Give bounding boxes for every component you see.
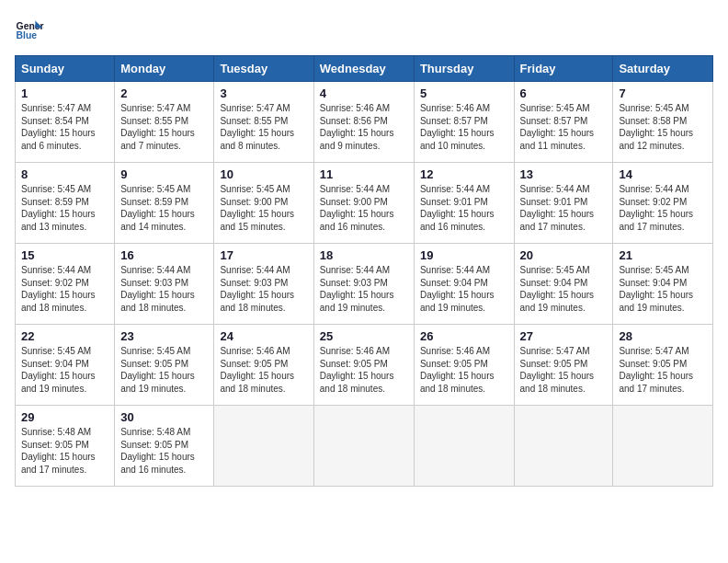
day-number: 12 [420, 167, 508, 181]
day-number: 29 [21, 410, 108, 424]
day-number: 9 [120, 167, 208, 181]
day-number: 21 [619, 248, 707, 262]
day-info: Sunrise: 5:45 AMSunset: 8:57 PMDaylight:… [520, 102, 608, 152]
day-number: 13 [520, 167, 608, 181]
day-info: Sunrise: 5:45 AMSunset: 9:05 PMDaylight:… [120, 345, 208, 395]
calendar-week-row: 22Sunrise: 5:45 AMSunset: 9:04 PMDayligh… [16, 325, 713, 406]
calendar-cell: 10Sunrise: 5:45 AMSunset: 9:00 PMDayligh… [214, 163, 313, 244]
day-info: Sunrise: 5:45 AMSunset: 8:59 PMDaylight:… [21, 183, 108, 233]
day-info: Sunrise: 5:45 AMSunset: 9:04 PMDaylight:… [21, 345, 108, 395]
day-number: 28 [619, 329, 707, 343]
calendar-cell: 9Sunrise: 5:45 AMSunset: 8:59 PMDaylight… [115, 163, 214, 244]
calendar-cell [414, 406, 514, 487]
calendar-cell: 11Sunrise: 5:44 AMSunset: 9:00 PMDayligh… [313, 163, 414, 244]
calendar-cell: 22Sunrise: 5:45 AMSunset: 9:04 PMDayligh… [16, 325, 115, 406]
calendar-cell: 25Sunrise: 5:46 AMSunset: 9:05 PMDayligh… [313, 325, 414, 406]
day-info: Sunrise: 5:46 AMSunset: 8:57 PMDaylight:… [420, 102, 508, 152]
calendar-week-row: 1Sunrise: 5:47 AMSunset: 8:54 PMDaylight… [16, 82, 713, 163]
day-number: 2 [120, 86, 208, 100]
day-number: 1 [21, 86, 108, 100]
day-info: Sunrise: 5:48 AMSunset: 9:05 PMDaylight:… [21, 426, 108, 476]
calendar-cell: 20Sunrise: 5:45 AMSunset: 9:04 PMDayligh… [514, 244, 613, 325]
calendar-cell: 3Sunrise: 5:47 AMSunset: 8:55 PMDaylight… [214, 82, 313, 163]
calendar-cell: 8Sunrise: 5:45 AMSunset: 8:59 PMDaylight… [16, 163, 115, 244]
calendar-cell: 6Sunrise: 5:45 AMSunset: 8:57 PMDaylight… [514, 82, 613, 163]
day-number: 19 [420, 248, 508, 262]
day-number: 18 [320, 248, 408, 262]
weekday-header: Wednesday [313, 56, 414, 82]
calendar-cell: 12Sunrise: 5:44 AMSunset: 9:01 PMDayligh… [414, 163, 514, 244]
logo-icon: General Blue [15, 15, 44, 44]
day-info: Sunrise: 5:44 AMSunset: 9:00 PMDaylight:… [320, 183, 408, 233]
day-number: 10 [220, 167, 307, 181]
day-info: Sunrise: 5:45 AMSunset: 8:59 PMDaylight:… [120, 183, 208, 233]
page-header: General Blue [15, 15, 713, 44]
weekday-header: Monday [115, 56, 214, 82]
calendar-table: SundayMondayTuesdayWednesdayThursdayFrid… [15, 55, 713, 487]
day-number: 11 [320, 167, 408, 181]
day-number: 15 [21, 248, 108, 262]
day-info: Sunrise: 5:45 AMSunset: 9:04 PMDaylight:… [520, 264, 608, 314]
day-number: 26 [420, 329, 508, 343]
day-number: 7 [619, 86, 707, 100]
day-info: Sunrise: 5:44 AMSunset: 9:01 PMDaylight:… [420, 183, 508, 233]
calendar-cell: 23Sunrise: 5:45 AMSunset: 9:05 PMDayligh… [115, 325, 214, 406]
day-number: 27 [520, 329, 608, 343]
calendar-cell: 2Sunrise: 5:47 AMSunset: 8:55 PMDaylight… [115, 82, 214, 163]
calendar-cell: 7Sunrise: 5:45 AMSunset: 8:58 PMDaylight… [613, 82, 713, 163]
day-number: 17 [220, 248, 307, 262]
calendar-week-row: 15Sunrise: 5:44 AMSunset: 9:02 PMDayligh… [16, 244, 713, 325]
day-info: Sunrise: 5:46 AMSunset: 9:05 PMDaylight:… [320, 345, 408, 395]
day-number: 25 [320, 329, 408, 343]
day-number: 14 [619, 167, 707, 181]
day-number: 30 [120, 410, 208, 424]
day-info: Sunrise: 5:44 AMSunset: 9:03 PMDaylight:… [120, 264, 208, 314]
calendar-cell [613, 406, 713, 487]
day-number: 22 [21, 329, 108, 343]
day-number: 4 [320, 86, 408, 100]
weekday-header: Sunday [16, 56, 115, 82]
day-number: 23 [120, 329, 208, 343]
day-number: 6 [520, 86, 608, 100]
calendar-week-row: 8Sunrise: 5:45 AMSunset: 8:59 PMDaylight… [16, 163, 713, 244]
calendar-cell: 24Sunrise: 5:46 AMSunset: 9:05 PMDayligh… [214, 325, 313, 406]
day-number: 5 [420, 86, 508, 100]
day-info: Sunrise: 5:45 AMSunset: 8:58 PMDaylight:… [619, 102, 707, 152]
day-info: Sunrise: 5:44 AMSunset: 9:04 PMDaylight:… [420, 264, 508, 314]
calendar-cell: 27Sunrise: 5:47 AMSunset: 9:05 PMDayligh… [514, 325, 613, 406]
calendar-cell: 16Sunrise: 5:44 AMSunset: 9:03 PMDayligh… [115, 244, 214, 325]
day-info: Sunrise: 5:46 AMSunset: 9:05 PMDaylight:… [420, 345, 508, 395]
day-info: Sunrise: 5:47 AMSunset: 8:54 PMDaylight:… [21, 102, 108, 152]
calendar-cell: 29Sunrise: 5:48 AMSunset: 9:05 PMDayligh… [16, 406, 115, 487]
svg-text:Blue: Blue [17, 30, 38, 40]
day-info: Sunrise: 5:47 AMSunset: 8:55 PMDaylight:… [120, 102, 208, 152]
calendar-cell: 30Sunrise: 5:48 AMSunset: 9:05 PMDayligh… [115, 406, 214, 487]
calendar-header-row: SundayMondayTuesdayWednesdayThursdayFrid… [16, 56, 713, 82]
calendar-cell: 18Sunrise: 5:44 AMSunset: 9:03 PMDayligh… [313, 244, 414, 325]
weekday-header: Tuesday [214, 56, 313, 82]
day-info: Sunrise: 5:44 AMSunset: 9:01 PMDaylight:… [520, 183, 608, 233]
calendar-cell: 21Sunrise: 5:45 AMSunset: 9:04 PMDayligh… [613, 244, 713, 325]
day-number: 20 [520, 248, 608, 262]
calendar-cell: 28Sunrise: 5:47 AMSunset: 9:05 PMDayligh… [613, 325, 713, 406]
day-info: Sunrise: 5:44 AMSunset: 9:03 PMDaylight:… [220, 264, 307, 314]
day-info: Sunrise: 5:47 AMSunset: 9:05 PMDaylight:… [520, 345, 608, 395]
day-number: 24 [220, 329, 307, 343]
day-number: 3 [220, 86, 307, 100]
calendar-cell: 5Sunrise: 5:46 AMSunset: 8:57 PMDaylight… [414, 82, 514, 163]
logo: General Blue [15, 15, 48, 44]
calendar-cell: 13Sunrise: 5:44 AMSunset: 9:01 PMDayligh… [514, 163, 613, 244]
calendar-cell: 19Sunrise: 5:44 AMSunset: 9:04 PMDayligh… [414, 244, 514, 325]
day-info: Sunrise: 5:45 AMSunset: 9:00 PMDaylight:… [220, 183, 307, 233]
calendar-cell: 14Sunrise: 5:44 AMSunset: 9:02 PMDayligh… [613, 163, 713, 244]
day-info: Sunrise: 5:47 AMSunset: 9:05 PMDaylight:… [619, 345, 707, 395]
calendar-cell: 4Sunrise: 5:46 AMSunset: 8:56 PMDaylight… [313, 82, 414, 163]
calendar-cell: 15Sunrise: 5:44 AMSunset: 9:02 PMDayligh… [16, 244, 115, 325]
day-info: Sunrise: 5:44 AMSunset: 9:03 PMDaylight:… [320, 264, 408, 314]
calendar-cell: 26Sunrise: 5:46 AMSunset: 9:05 PMDayligh… [414, 325, 514, 406]
calendar-cell [313, 406, 414, 487]
day-info: Sunrise: 5:45 AMSunset: 9:04 PMDaylight:… [619, 264, 707, 314]
day-number: 16 [120, 248, 208, 262]
calendar-week-row: 29Sunrise: 5:48 AMSunset: 9:05 PMDayligh… [16, 406, 713, 487]
day-info: Sunrise: 5:48 AMSunset: 9:05 PMDaylight:… [120, 426, 208, 476]
